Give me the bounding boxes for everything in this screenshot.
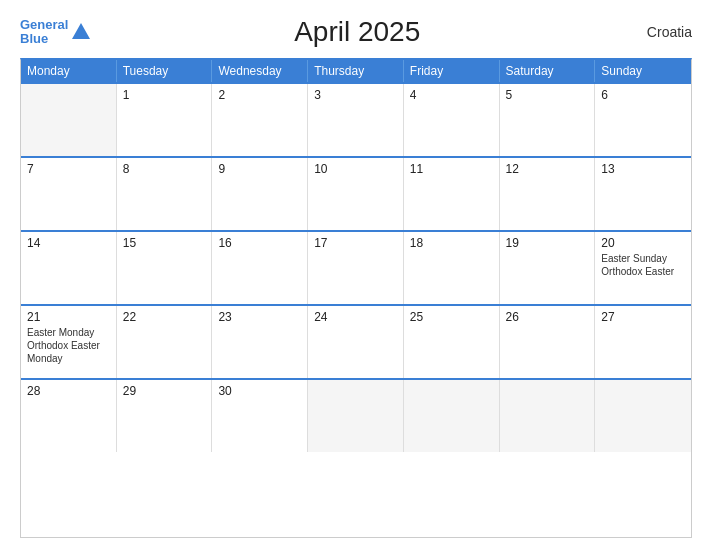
cal-cell-16: 16 (212, 232, 308, 304)
calendar-row: 7 8 9 10 11 12 13 (21, 156, 691, 230)
svg-marker-0 (72, 23, 90, 39)
logo-icon (70, 21, 92, 43)
event-orthodox-easter: Orthodox Easter (601, 265, 685, 278)
calendar-page: General Blue April 2025 Croatia Monday T… (0, 0, 712, 550)
calendar-row: 14 15 16 17 18 19 20 Easter Sunday Ortho… (21, 230, 691, 304)
cal-cell-29: 29 (117, 380, 213, 452)
cal-cell-28: 28 (21, 380, 117, 452)
logo: General Blue (20, 18, 92, 47)
cal-cell-6: 6 (595, 84, 691, 156)
weekday-tuesday: Tuesday (117, 60, 213, 82)
weekday-thursday: Thursday (308, 60, 404, 82)
cal-cell-26: 26 (500, 306, 596, 378)
cal-cell-13: 13 (595, 158, 691, 230)
cal-cell-27: 27 (595, 306, 691, 378)
cal-cell-19: 19 (500, 232, 596, 304)
cal-cell-17: 17 (308, 232, 404, 304)
logo-blue: Blue (20, 31, 48, 46)
cal-cell-9: 9 (212, 158, 308, 230)
cal-cell-4: 4 (404, 84, 500, 156)
cal-cell-18: 18 (404, 232, 500, 304)
event-easter-sunday: Easter Sunday (601, 252, 685, 265)
cal-cell-30: 30 (212, 380, 308, 452)
cal-cell-empty (595, 380, 691, 452)
cal-cell-20: 20 Easter Sunday Orthodox Easter (595, 232, 691, 304)
calendar: Monday Tuesday Wednesday Thursday Friday… (20, 58, 692, 538)
page-header: General Blue April 2025 Croatia (20, 16, 692, 48)
weekday-friday: Friday (404, 60, 500, 82)
calendar-body: 1 2 3 4 5 6 7 8 9 10 11 12 13 14 15 16 (21, 82, 691, 452)
cal-cell-empty (308, 380, 404, 452)
logo-text: General Blue (20, 18, 68, 47)
cal-cell-23: 23 (212, 306, 308, 378)
cal-cell-12: 12 (500, 158, 596, 230)
cal-cell-5: 5 (500, 84, 596, 156)
cal-cell-empty (404, 380, 500, 452)
calendar-header: Monday Tuesday Wednesday Thursday Friday… (21, 60, 691, 82)
cal-cell-empty (21, 84, 117, 156)
cal-cell-22: 22 (117, 306, 213, 378)
cal-cell-2: 2 (212, 84, 308, 156)
cal-cell-25: 25 (404, 306, 500, 378)
cal-cell-10: 10 (308, 158, 404, 230)
cal-cell-empty (500, 380, 596, 452)
event-easter-monday: Easter Monday (27, 326, 110, 339)
cal-cell-1: 1 (117, 84, 213, 156)
logo-general: General (20, 17, 68, 32)
weekday-sunday: Sunday (595, 60, 691, 82)
country-label: Croatia (622, 24, 692, 40)
calendar-row: 21 Easter Monday Orthodox Easter Monday … (21, 304, 691, 378)
calendar-row: 28 29 30 (21, 378, 691, 452)
cal-cell-7: 7 (21, 158, 117, 230)
cal-cell-24: 24 (308, 306, 404, 378)
cal-cell-21: 21 Easter Monday Orthodox Easter Monday (21, 306, 117, 378)
cal-cell-11: 11 (404, 158, 500, 230)
weekday-wednesday: Wednesday (212, 60, 308, 82)
cal-cell-3: 3 (308, 84, 404, 156)
page-title: April 2025 (92, 16, 622, 48)
event-orthodox-easter-monday: Orthodox Easter Monday (27, 339, 110, 365)
weekday-monday: Monday (21, 60, 117, 82)
cal-cell-14: 14 (21, 232, 117, 304)
weekday-saturday: Saturday (500, 60, 596, 82)
cal-cell-8: 8 (117, 158, 213, 230)
cal-cell-15: 15 (117, 232, 213, 304)
calendar-row: 1 2 3 4 5 6 (21, 82, 691, 156)
